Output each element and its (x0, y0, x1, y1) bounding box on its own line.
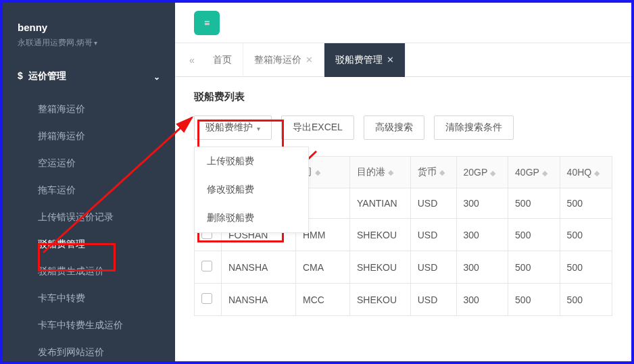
sidebar-item-truck[interactable]: 拖车运价 (38, 177, 175, 204)
close-icon[interactable]: ✕ (387, 55, 394, 65)
table-row: NANSHA CMA SHEKOU USD 300 500 500 (195, 251, 612, 284)
table-row: NANSHA MCC SHEKOU USD 300 500 500 (195, 284, 612, 316)
close-icon[interactable]: ✕ (306, 55, 313, 65)
sort-icon[interactable]: ◆ (315, 168, 320, 176)
sidebar-item-truck-transfer[interactable]: 卡车中转费 (38, 285, 175, 312)
chevron-down-icon (153, 71, 160, 82)
topbar: ≡ (175, 3, 631, 43)
content: 驳船费列表 驳船费维护 导出EXCEL 高级搜索 清除搜索条件 上传驳船费 修改… (175, 77, 631, 330)
dropdown-item-edit[interactable]: 修改驳船费 (195, 176, 308, 204)
export-excel-button[interactable]: 导出EXCEL (281, 115, 354, 140)
sidebar-item-barge-gen[interactable]: 驳船费生成运价 (38, 258, 175, 285)
dollar-icon: $ (18, 70, 23, 81)
sidebar-item-truck-transfer-gen[interactable]: 卡车中转费生成运价 (38, 312, 175, 339)
page-title: 驳船费列表 (194, 90, 612, 103)
main-area: ≡ « 首页 整箱海运价 ✕ 驳船费管理 ✕ 驳船费列表 驳船费维护 (175, 3, 631, 361)
row-checkbox[interactable] (201, 293, 212, 304)
sort-icon[interactable]: ◆ (490, 169, 495, 177)
tabs-bar: « 首页 整箱海运价 ✕ 驳船费管理 ✕ (175, 43, 631, 77)
sort-icon[interactable]: ◆ (542, 169, 547, 177)
user-block: benny 永联通用运费网.炳哥 (3, 3, 175, 61)
sidebar: benny 永联通用运费网.炳哥 $运价管理 整箱海运价 拼箱海运价 空运运价 … (3, 3, 175, 361)
sort-icon[interactable]: ◆ (594, 169, 600, 177)
sidebar-item-lcl[interactable]: 拼箱海运价 (38, 123, 175, 150)
hamburger-icon: ≡ (204, 18, 210, 28)
sidebar-item-barge-fee[interactable]: 驳船费管理 (38, 231, 175, 258)
maintain-dropdown-button[interactable]: 驳船费维护 (194, 115, 272, 140)
clear-search-button[interactable]: 清除搜索条件 (434, 115, 514, 140)
row-checkbox[interactable] (201, 261, 212, 271)
user-name: benny (18, 22, 160, 33)
tab-scroll-left-icon[interactable]: « (182, 55, 202, 66)
advanced-search-button[interactable]: 高级搜索 (364, 115, 424, 140)
sidebar-item-fcl[interactable]: 整箱海运价 (38, 96, 175, 123)
toolbar: 驳船费维护 导出EXCEL 高级搜索 清除搜索条件 上传驳船费 修改驳船费 删除… (194, 115, 612, 140)
sidebar-item-air[interactable]: 空运运价 (38, 150, 175, 177)
sidebar-item-upload-error[interactable]: 上传错误运价记录 (38, 204, 175, 231)
dropdown-item-delete[interactable]: 删除驳船费 (195, 204, 308, 232)
maintain-dropdown-menu: 上传驳船费 修改驳船费 删除驳船费 (194, 147, 309, 233)
nav-section-pricing[interactable]: $运价管理 (3, 61, 175, 92)
sort-icon[interactable]: ◆ (388, 168, 393, 176)
chevron-down-icon (257, 122, 260, 133)
tab-fcl[interactable]: 整箱海运价 ✕ (243, 43, 324, 77)
menu-toggle-button[interactable]: ≡ (194, 11, 220, 35)
user-subtitle[interactable]: 永联通用运费网.炳哥 (18, 37, 160, 49)
tab-home[interactable]: 首页 (202, 43, 243, 77)
sidebar-item-publish[interactable]: 发布到网站运价 (38, 339, 175, 364)
tab-barge-fee[interactable]: 驳船费管理 ✕ (324, 43, 406, 77)
sort-icon[interactable]: ◆ (439, 168, 445, 176)
chevron-down-icon (93, 38, 97, 47)
dropdown-item-upload[interactable]: 上传驳船费 (195, 147, 308, 176)
